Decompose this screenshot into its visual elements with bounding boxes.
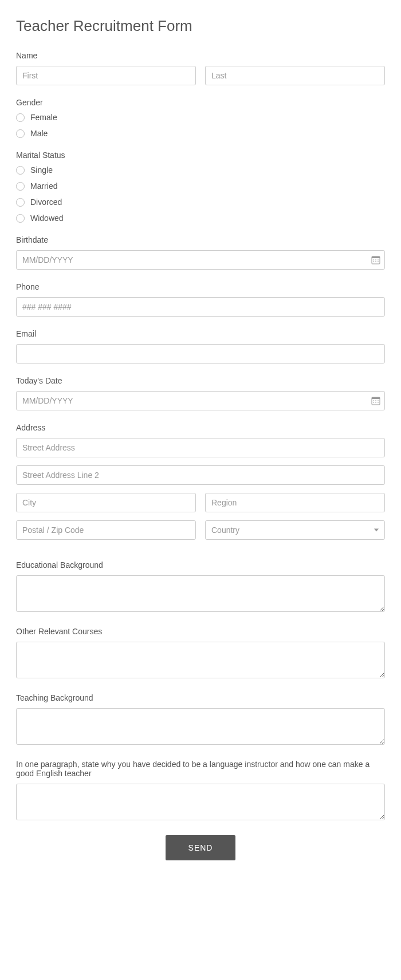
radio-circle-icon: [16, 214, 25, 223]
radio-label: Male: [30, 129, 48, 138]
radio-label: Single: [30, 165, 53, 175]
name-field: Name: [16, 51, 385, 85]
radio-circle-icon: [16, 198, 25, 207]
teaching-textarea[interactable]: [16, 708, 385, 745]
address-field: Address Country: [16, 423, 385, 548]
radio-label: Divorced: [30, 197, 62, 207]
gender-label: Gender: [16, 98, 385, 107]
street2-input[interactable]: [16, 465, 385, 485]
courses-field: Other Relevant Courses: [16, 627, 385, 681]
edu-field: Educational Background: [16, 560, 385, 614]
edu-label: Educational Background: [16, 560, 385, 570]
radio-divorced[interactable]: Divorced: [16, 197, 385, 207]
today-label: Today's Date: [16, 376, 385, 385]
country-select[interactable]: Country: [205, 520, 385, 540]
radio-single[interactable]: Single: [16, 165, 385, 175]
phone-label: Phone: [16, 282, 385, 291]
radio-label: Female: [30, 113, 57, 122]
send-button[interactable]: SEND: [166, 835, 236, 860]
first-name-input[interactable]: [16, 66, 196, 85]
birthdate-input[interactable]: [16, 250, 385, 270]
radio-circle-icon: [16, 113, 25, 122]
radio-widowed[interactable]: Widowed: [16, 214, 385, 223]
radio-female[interactable]: Female: [16, 113, 385, 122]
last-name-input[interactable]: [205, 66, 385, 85]
birthdate-label: Birthdate: [16, 235, 385, 244]
city-input[interactable]: [16, 493, 196, 512]
marital-label: Marital Status: [16, 151, 385, 160]
radio-male[interactable]: Male: [16, 129, 385, 138]
birthdate-field: Birthdate: [16, 235, 385, 270]
name-label: Name: [16, 51, 385, 60]
address-label: Address: [16, 423, 385, 432]
paragraph-textarea[interactable]: [16, 784, 385, 820]
today-input[interactable]: [16, 391, 385, 410]
paragraph-label: In one paragraph, state why you have dec…: [16, 760, 385, 778]
email-label: Email: [16, 329, 385, 338]
radio-circle-icon: [16, 166, 25, 175]
gender-field: Gender Female Male: [16, 98, 385, 138]
edu-textarea[interactable]: [16, 575, 385, 612]
courses-textarea[interactable]: [16, 642, 385, 678]
postal-input[interactable]: [16, 520, 196, 540]
marital-field: Marital Status Single Married Divorced W…: [16, 151, 385, 223]
radio-label: Married: [30, 181, 57, 191]
radio-label: Widowed: [30, 214, 64, 223]
region-input[interactable]: [205, 493, 385, 512]
radio-circle-icon: [16, 182, 25, 191]
radio-circle-icon: [16, 129, 25, 138]
courses-label: Other Relevant Courses: [16, 627, 385, 636]
submit-row: SEND: [16, 835, 385, 860]
radio-married[interactable]: Married: [16, 181, 385, 191]
email-input[interactable]: [16, 344, 385, 363]
phone-field: Phone: [16, 282, 385, 317]
today-field: Today's Date: [16, 376, 385, 410]
phone-input[interactable]: [16, 297, 385, 317]
teaching-field: Teaching Background: [16, 693, 385, 747]
teaching-label: Teaching Background: [16, 693, 385, 702]
paragraph-field: In one paragraph, state why you have dec…: [16, 760, 385, 823]
email-field: Email: [16, 329, 385, 363]
street-input[interactable]: [16, 438, 385, 457]
page-title: Teacher Recruitment Form: [16, 17, 385, 35]
